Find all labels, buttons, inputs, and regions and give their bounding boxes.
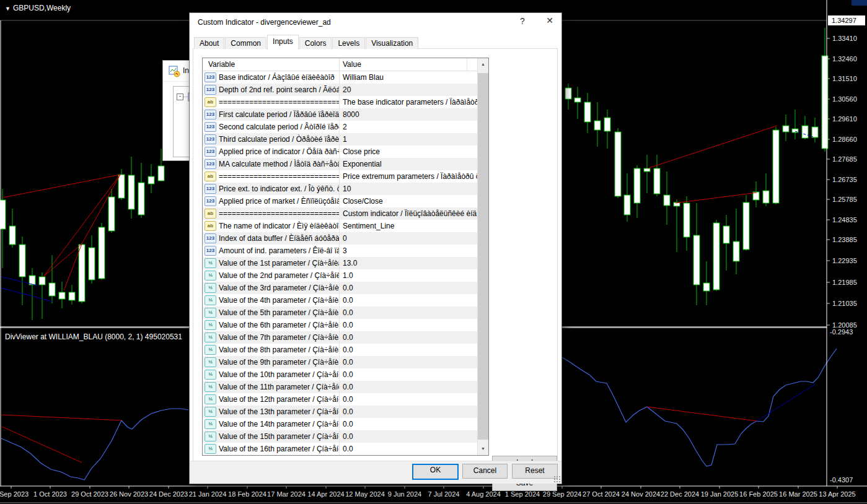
param-row[interactable]: 123First calculate period / Ïåðâûé ïåðèî… xyxy=(203,108,478,121)
param-row[interactable]: ½Value of the 14th parameter / Çíà÷åíè..… xyxy=(203,418,478,430)
param-row[interactable]: ½Value of the 6th parameter / Çíà÷åíèå .… xyxy=(203,319,478,331)
param-variable[interactable]: ½Value of the 8th parameter / Çíà÷åíèå .… xyxy=(203,344,340,356)
param-value[interactable]: Close/Close xyxy=(340,195,478,207)
table-scrollbar[interactable]: ▲ ▼ xyxy=(477,58,488,455)
param-row[interactable]: ½Value of the 11th parameter / Çíà÷åíè..… xyxy=(203,381,478,393)
param-variable[interactable]: ½Value of the 4th parameter / Çíà÷åíèå .… xyxy=(203,294,340,306)
param-row[interactable]: ½Value of the 16th parameter / Çíà÷åíè..… xyxy=(203,443,478,455)
param-value[interactable]: Price extremum parameters / Ïàðàìåòðû öå… xyxy=(340,170,478,183)
param-value[interactable]: 0.0 xyxy=(340,282,478,294)
tab-levels[interactable]: Levels xyxy=(332,37,365,49)
param-value[interactable]: 0.0 xyxy=(340,306,478,319)
ok-button[interactable]: OK xyxy=(412,464,459,480)
chart-symbol-label[interactable]: ▼GBPUSD,Weekly xyxy=(5,4,71,12)
column-header-variable[interactable]: Variable xyxy=(203,58,340,71)
param-variable[interactable]: ½Value of the 11th parameter / Çíà÷åíè..… xyxy=(203,381,340,393)
param-row[interactable]: ab==============================Custom i… xyxy=(203,207,478,220)
tab-about[interactable]: About xyxy=(194,37,224,49)
param-value[interactable]: 0.0 xyxy=(340,356,478,368)
param-row[interactable]: 123Applied price of indicator / Öåíà ðàñ… xyxy=(203,146,478,158)
param-value[interactable]: 2 xyxy=(340,121,478,133)
scroll-up-icon[interactable]: ▲ xyxy=(478,58,488,71)
param-value[interactable]: The base indicator parameters / Ïàðàìåòð… xyxy=(340,96,478,108)
param-variable[interactable]: ½Value of the 10th parameter / Çíà÷åíè..… xyxy=(203,368,340,381)
param-value[interactable]: 0.0 xyxy=(340,368,478,381)
param-variable[interactable]: ab============================== xyxy=(203,170,340,183)
param-variable[interactable]: ½Value of the 12th parameter / Çíà÷åíè..… xyxy=(203,393,340,406)
param-variable[interactable]: ½Value of the 6th parameter / Çíà÷åíèå .… xyxy=(203,319,340,331)
param-row[interactable]: 123Index of data buffer / Èíäåêñ áóôåðà … xyxy=(203,232,478,245)
param-value[interactable]: 0 xyxy=(340,232,478,245)
param-variable[interactable]: 123Second calculate period / Âòîðîé ïåðè… xyxy=(203,121,340,133)
param-row[interactable]: abThe name of indicator / Èìÿ èíäèêàòîðà… xyxy=(203,220,478,232)
scroll-down-icon[interactable]: ▼ xyxy=(478,443,488,455)
param-variable[interactable]: ½Value of the 9th parameter / Çíà÷åíèå .… xyxy=(203,356,340,368)
param-value[interactable]: 0.0 xyxy=(340,319,478,331)
param-row[interactable]: 123Base indicator / Áàçîâûé èíäèêàòîðWil… xyxy=(203,71,478,84)
param-row[interactable]: ab==============================Price ex… xyxy=(203,170,478,183)
param-value[interactable]: 0.0 xyxy=(340,418,478,430)
column-header-value[interactable]: Value xyxy=(340,58,467,71)
param-variable[interactable]: 123Applied price of market / Èñïîëüçóåìà… xyxy=(203,195,340,207)
param-row[interactable]: ½Value of the 12th parameter / Çíà÷åíè..… xyxy=(203,393,478,406)
param-row[interactable]: ½Value of the 4th parameter / Çíà÷åíèå .… xyxy=(203,294,478,306)
tab-common[interactable]: Common xyxy=(225,37,266,49)
param-variable[interactable]: 123First calculate period / Ïåðâûé ïåðèî… xyxy=(203,108,340,121)
param-variable[interactable]: ½Value of the 16th parameter / Çíà÷åíè..… xyxy=(203,443,340,455)
param-row[interactable]: ½Value of the 9th parameter / Çíà÷åíèå .… xyxy=(203,356,478,368)
param-row[interactable]: 123Depth of 2nd ref. point search / Ãëóá… xyxy=(203,84,478,96)
param-variable[interactable]: ab============================== xyxy=(203,96,340,108)
param-value[interactable]: Custom indicator / Ïîëüçîâàòåëüñêèé èíä.… xyxy=(340,207,478,220)
param-variable[interactable]: 123Amount of ind. parameters / Êîë-âî ïà… xyxy=(203,245,340,257)
param-row[interactable]: 123Amount of ind. parameters / Êîë-âî ïà… xyxy=(203,245,478,257)
param-row[interactable]: 123Third calculate period / Òðåòèé ïåðèî… xyxy=(203,133,478,146)
param-variable[interactable]: ½Value of the 5th parameter / Çíà÷åíèå .… xyxy=(203,306,340,319)
close-icon[interactable]: ✕ xyxy=(542,15,558,28)
tab-visualization[interactable]: Visualization xyxy=(366,37,418,49)
param-value[interactable]: 0.0 xyxy=(340,331,478,344)
param-value[interactable]: 0.0 xyxy=(340,443,478,455)
param-value[interactable]: 0.0 xyxy=(340,406,478,418)
param-row[interactable]: ½Value of the 2nd parameter / Çíà÷åíèå..… xyxy=(203,269,478,282)
param-variable[interactable]: 123Applied price of indicator / Öåíà ðàñ… xyxy=(203,146,340,158)
param-variable[interactable]: 123Price ext. to indicator ext. / Îò ýêñ… xyxy=(203,183,340,195)
tree-collapse-icon[interactable]: - xyxy=(177,93,183,100)
param-variable[interactable]: 123Depth of 2nd ref. point search / Ãëóá… xyxy=(203,84,340,96)
param-value[interactable]: 0.0 xyxy=(340,294,478,306)
param-value[interactable]: 10 xyxy=(340,183,478,195)
tab-inputs[interactable]: Inputs xyxy=(267,35,299,50)
param-row[interactable]: ½Value of the 7th parameter / Çíà÷åíèå .… xyxy=(203,331,478,344)
param-variable[interactable]: 123MA calculate method / Ìåòîä ðàñ÷åòà .… xyxy=(203,158,340,170)
param-row[interactable]: ab==============================The base… xyxy=(203,96,478,108)
cancel-button[interactable]: Cancel xyxy=(462,464,508,479)
param-row[interactable]: 123Applied price of market / Èñïîëüçóåìà… xyxy=(203,195,478,207)
param-value[interactable]: 0.0 xyxy=(340,393,478,406)
param-row[interactable]: ½Value of the 10th parameter / Çíà÷åíè..… xyxy=(203,368,478,381)
param-variable[interactable]: 123Base indicator / Áàçîâûé èíäèêàòîð xyxy=(203,71,340,84)
param-value[interactable]: 1.0 xyxy=(340,269,478,282)
param-value[interactable]: 1 xyxy=(340,133,478,146)
param-row[interactable]: ½Value of the 15th parameter / Çíà÷åíè..… xyxy=(203,430,478,443)
param-row[interactable]: ½Value of the 1st parameter / Çíà÷åíèå .… xyxy=(203,257,478,269)
param-value[interactable]: William Blau xyxy=(340,71,478,84)
param-variable[interactable]: ½Value of the 2nd parameter / Çíà÷åíèå..… xyxy=(203,269,340,282)
param-value[interactable]: 0.0 xyxy=(340,430,478,443)
param-value[interactable]: Exponential xyxy=(340,158,478,170)
param-value[interactable]: 8000 xyxy=(340,108,478,121)
param-row[interactable]: ½Value of the 8th parameter / Çíà÷åíèå .… xyxy=(203,344,478,356)
param-row[interactable]: 123Second calculate period / Âòîðîé ïåðè… xyxy=(203,121,478,133)
scrollbar-thumb[interactable] xyxy=(478,73,488,440)
param-variable[interactable]: ½Value of the 14th parameter / Çíà÷åíè..… xyxy=(203,418,340,430)
param-row[interactable]: ½Value of the 3rd parameter / Çíà÷åíèå .… xyxy=(203,282,478,294)
param-value[interactable]: 13.0 xyxy=(340,257,478,269)
param-value[interactable]: Close price xyxy=(340,146,478,158)
param-row[interactable]: 123MA calculate method / Ìåòîä ðàñ÷åòà .… xyxy=(203,158,478,170)
help-icon[interactable]: ? xyxy=(516,16,529,28)
param-variable[interactable]: ½Value of the 13th parameter / Çíà÷åíè..… xyxy=(203,406,340,418)
param-variable[interactable]: 123Index of data buffer / Èíäåêñ áóôåðà … xyxy=(203,232,340,245)
param-variable[interactable]: ½Value of the 15th parameter / Çíà÷åíè..… xyxy=(203,430,340,443)
param-variable[interactable]: ½Value of the 3rd parameter / Çíà÷åíèå .… xyxy=(203,282,340,294)
param-variable[interactable]: 123Third calculate period / Òðåòèé ïåðèî… xyxy=(203,133,340,146)
param-value[interactable]: 20 xyxy=(340,84,478,96)
param-value[interactable]: 0.0 xyxy=(340,381,478,393)
